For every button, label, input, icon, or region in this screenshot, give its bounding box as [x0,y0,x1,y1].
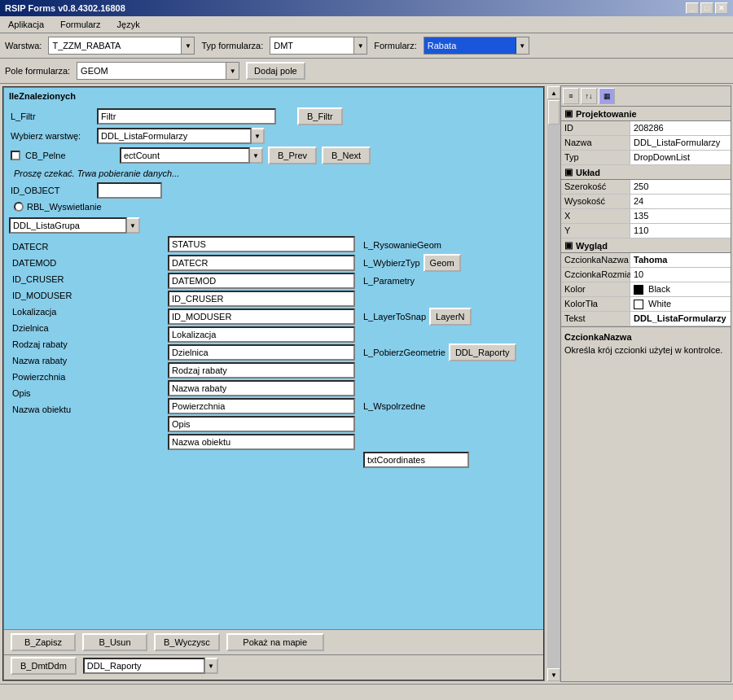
label-dzielnica: Dzielnica [9,318,165,335]
pokaz-na-mapie-button[interactable]: Pokaż na mapie [226,633,324,651]
right-column: L_RysowanieGeom L_WybierzTyp Geom L_Para… [362,216,540,628]
raporty-arrow[interactable]: ▼ [205,658,218,674]
nazwa-rabaty-input[interactable] [168,380,355,396]
id-cruser-input[interactable] [168,291,355,307]
prop-kolor-val[interactable]: Black [630,282,731,296]
b-usun-button[interactable]: B_Usun [82,633,147,651]
prop-rozmiar-val[interactable]: 10 [630,268,731,282]
select-button[interactable]: DDL_Raporty [449,343,516,361]
l-rysowanie-row: L_RysowanieGeom [363,237,538,253]
prop-czcionka-key: CzcionkaNazwa [561,253,630,267]
lokalizacja-input[interactable] [168,326,355,343]
spacer-r6 [363,434,538,450]
wyglad-title: Wygląd [576,241,608,251]
b-zapisz-button[interactable]: B_Zapisz [11,633,76,651]
collapse-wyglad-icon[interactable]: ▣ [564,240,573,251]
section-projektowanie: ▣ Projektowanie [561,107,731,121]
ddl-lista-grupa-arrow[interactable]: ▼ [127,217,140,234]
b-filtr-button[interactable]: B_Filtr [297,107,343,125]
collapse-uklad-icon[interactable]: ▣ [564,167,573,177]
typ-combo[interactable]: DMT ▼ [270,37,367,55]
middle-column [166,216,362,628]
prop-czcionka-val[interactable]: Tahoma [630,253,731,267]
raporty-combo[interactable]: DDL_Raporty ▼ [83,658,218,674]
typ-arrow[interactable]: ▼ [353,37,366,54]
filtr-input[interactable] [97,108,276,125]
props-btn-3[interactable]: ▦ [599,88,615,104]
menu-jezyk[interactable]: Język [112,18,145,31]
prop-id-val[interactable]: 208286 [630,121,731,135]
prop-wysokosc-val[interactable]: 24 [630,195,731,208]
spacer-r2 [363,326,538,343]
scroll-down-button[interactable]: ▼ [547,668,560,681]
b-wyczysc-button[interactable]: B_Wyczysc [154,633,220,651]
menu-bar: Aplikacja Formularz Język [0,16,733,33]
scroll-up-button[interactable]: ▲ [547,86,560,99]
warstwa-combo[interactable]: T_ZZM_RABATA ▼ [48,37,195,55]
prop-szerokosc-val[interactable]: 250 [630,180,731,194]
prop-x-row: X 135 [561,209,731,224]
warstwa-arrow[interactable]: ▼ [181,37,194,54]
nazwa-obiektu-input[interactable] [168,434,355,450]
formularz-arrow[interactable]: ▼ [516,37,529,54]
menu-aplikacja[interactable]: Aplikacja [3,18,49,31]
prop-x-key: X [561,209,630,223]
prop-x-val[interactable]: 135 [630,209,731,223]
cb-pelne-checkbox[interactable] [11,151,20,160]
prop-nazwa-val[interactable]: DDL_ListaFormularzy [630,136,731,150]
wybierz-arrow[interactable]: ▼ [252,128,265,144]
raporty-value: DDL_Raporty [83,658,205,674]
minimize-button[interactable]: _ [686,2,699,14]
ectcount-value: ectCount [120,147,250,164]
rbl-radio[interactable] [14,202,24,212]
id-object-input[interactable] [97,182,162,199]
prop-kolor-key: Kolor [561,282,630,296]
l-parametry-label: L_Parametry [363,276,415,286]
ectcount-combo[interactable]: ectCount ▼ [120,147,263,164]
datemod-input[interactable] [168,273,355,289]
ectcount-arrow[interactable]: ▼ [250,147,263,164]
props-btn-2[interactable]: ↑↓ [581,88,597,104]
rodzaj-rabaty-input[interactable] [168,362,355,378]
projektowanie-title: Projektowanie [576,109,637,119]
props-btn-1[interactable]: ≡ [563,88,579,104]
b-dmtddm-button[interactable]: B_DmtDdm [11,657,77,675]
wybierz-typ-button[interactable]: Geom [424,254,461,272]
prop-y-row: Y 110 [561,224,731,238]
dodaj-pole-button[interactable]: Dodaj pole [246,62,305,80]
main-scrollbar: ▲ ▼ [547,86,560,681]
layertosnap-button[interactable]: LayerN [429,308,471,326]
close-button[interactable]: ✕ [715,2,728,14]
formularz-combo[interactable]: Rabata ▼ [424,37,529,55]
menu-formularz[interactable]: Formularz [55,18,106,31]
prop-tekst-val[interactable]: DDL_ListaFormularzy [630,312,731,326]
spacer-r5 [363,416,538,432]
ddl-lista-grupa-value: DDL_ListaGrupa [9,217,127,234]
status-input[interactable] [168,236,355,252]
dzielnica-input[interactable] [168,344,355,361]
opis-input[interactable] [168,416,355,432]
maximize-button[interactable]: □ [700,2,713,14]
txt-coordinates-input[interactable] [363,452,469,468]
powierzchnia-input[interactable] [168,398,355,414]
b-next-button[interactable]: B_Next [322,147,371,164]
main-panel: IleZnalezionych L_Filtr B_Filtr Wybierz … [2,86,545,681]
collapse-projektowanie-icon[interactable]: ▣ [564,108,573,119]
pole-combo[interactable]: GEOM ▼ [77,62,239,80]
ddl-lista-grupa-combo[interactable]: DDL_ListaGrupa ▼ [9,217,165,234]
prop-typ-key: Typ [561,151,630,164]
prop-y-val[interactable]: 110 [630,224,731,238]
warstwa-label: Warstwa: [5,41,42,50]
scroll-thumb[interactable] [548,100,560,125]
b-prev-button[interactable]: B_Prev [268,147,317,164]
prop-kolortla-val[interactable]: White [630,297,731,311]
prop-typ-val[interactable]: DropDownList [630,151,731,164]
datecr-input[interactable] [168,255,355,271]
l-layertosnap-label: L_LayerToSnap [363,312,426,322]
prop-id-key: ID [561,121,630,135]
label-rodzaj-rabaty: Rodzaj rabaty [9,335,165,351]
wybierz-combo[interactable]: DDL_ListaFormularzy ▼ [97,128,265,144]
pole-arrow[interactable]: ▼ [226,63,239,79]
label-id-cruser: ID_CRUSER [9,269,165,286]
id-moduser-input[interactable] [168,308,355,325]
